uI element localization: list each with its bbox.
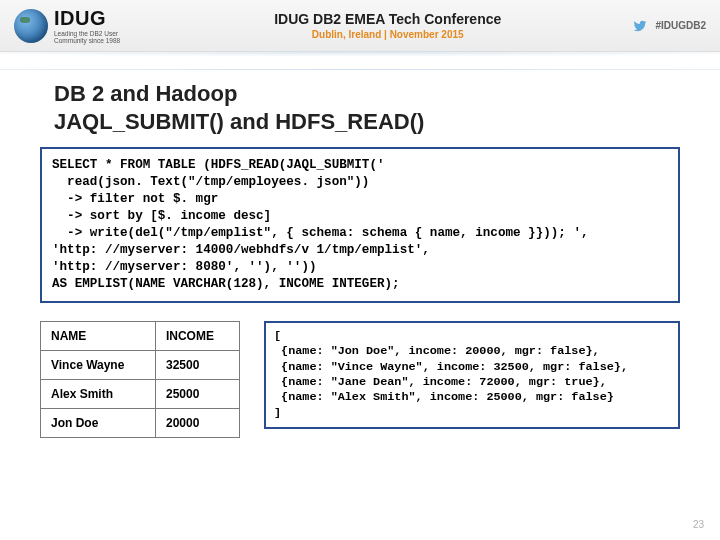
title-block: DB 2 and Hadoop JAQL_SUBMIT() and HDFS_R… — [0, 70, 720, 147]
json-output-box: [ {name: "Jon Doe", income: 20000, mgr: … — [264, 321, 680, 429]
logo: IDUG Leading the DB2 User Community sinc… — [14, 7, 144, 44]
result-table: NAME INCOME Vince Wayne 32500 Alex Smith… — [40, 321, 240, 438]
header-bar: IDUG Leading the DB2 User Community sinc… — [0, 0, 720, 52]
title-line-1: DB 2 and Hadoop — [54, 80, 666, 108]
col-income: INCOME — [155, 322, 239, 351]
cell-name: Alex Smith — [41, 380, 156, 409]
cell-income: 20000 — [155, 409, 239, 438]
col-name: NAME — [41, 322, 156, 351]
logo-subtitle: Leading the DB2 User Community since 198… — [54, 30, 144, 44]
slide: IDUG Leading the DB2 User Community sinc… — [0, 0, 720, 540]
conference-subtitle: Dublin, Ireland | November 2015 — [144, 29, 631, 40]
page-number: 23 — [693, 519, 704, 530]
header-right: #IDUGDB2 — [631, 19, 706, 33]
logo-text-block: IDUG Leading the DB2 User Community sinc… — [54, 7, 144, 44]
header-center: IDUG DB2 EMEA Tech Conference Dublin, Ir… — [144, 11, 631, 40]
logo-text: IDUG — [54, 7, 144, 30]
cell-income: 25000 — [155, 380, 239, 409]
cell-name: Jon Doe — [41, 409, 156, 438]
lower-row: NAME INCOME Vince Wayne 32500 Alex Smith… — [0, 303, 720, 438]
table-row: Vince Wayne 32500 — [41, 351, 240, 380]
sql-code-box: SELECT * FROM TABLE (HDFS_READ(JAQL_SUBM… — [40, 147, 680, 303]
cell-income: 32500 — [155, 351, 239, 380]
hashtag: #IDUGDB2 — [655, 20, 706, 31]
conference-title: IDUG DB2 EMEA Tech Conference — [144, 11, 631, 27]
table-header-row: NAME INCOME — [41, 322, 240, 351]
table-row: Alex Smith 25000 — [41, 380, 240, 409]
twitter-icon — [631, 19, 649, 33]
cell-name: Vince Wayne — [41, 351, 156, 380]
title-line-2: JAQL_SUBMIT() and HDFS_READ() — [54, 108, 666, 136]
table-row: Jon Doe 20000 — [41, 409, 240, 438]
wave-divider — [0, 52, 720, 70]
globe-icon — [14, 9, 48, 43]
